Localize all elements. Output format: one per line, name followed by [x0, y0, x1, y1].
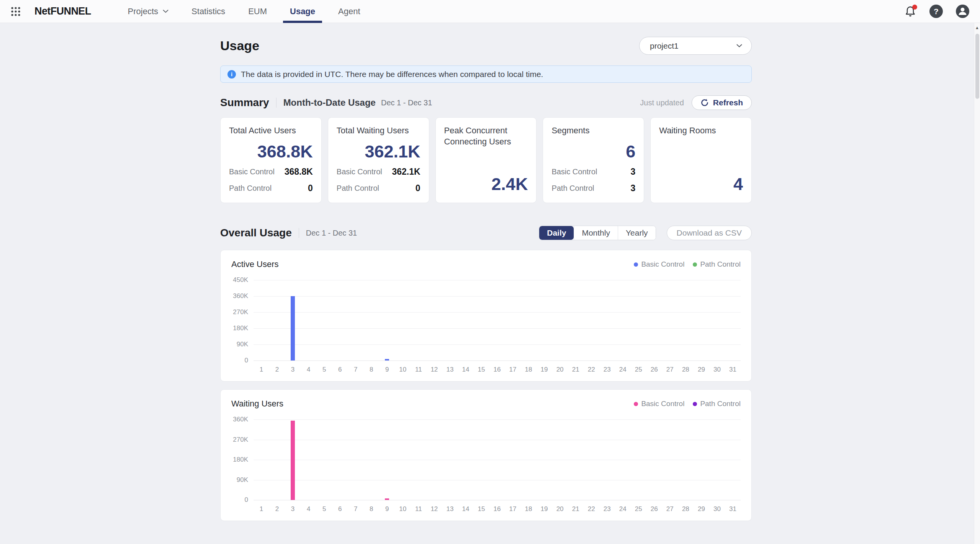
nav-item-projects[interactable]: Projects: [128, 0, 169, 23]
x-tick-label: 27: [662, 366, 678, 374]
y-tick-label: 90K: [237, 341, 248, 348]
x-tick-label: 25: [631, 366, 646, 374]
card-value: 6: [551, 142, 635, 162]
x-tick-label: 16: [489, 505, 505, 513]
bar-slot: [631, 280, 646, 360]
chevron-down-icon: [163, 10, 169, 13]
bar-slot: [537, 419, 552, 500]
bar-slot: [662, 280, 678, 360]
bar-slot: [411, 280, 426, 360]
bar: [291, 296, 295, 360]
period-daily-button[interactable]: Daily: [539, 226, 574, 240]
row-value: 0: [416, 183, 420, 193]
x-tick-label: 17: [505, 366, 521, 374]
refresh-button[interactable]: Refresh: [692, 95, 752, 110]
bar-slot: [521, 280, 537, 360]
project-selector-value: project1: [650, 41, 679, 51]
x-tick-label: 4: [301, 366, 316, 374]
summary-subtitle: Month-to-Date Usage: [283, 97, 376, 108]
bar-slot: [285, 419, 301, 500]
chart-legend: Basic ControlPath Control: [634, 260, 741, 269]
y-tick-label: 360K: [233, 292, 248, 300]
nav-item-agent[interactable]: Agent: [338, 0, 360, 23]
bar-slot: [473, 280, 489, 360]
overall-date-range: Dec 1 - Dec 31: [306, 229, 357, 238]
bar-slot: [694, 419, 709, 500]
bar-slot: [521, 419, 537, 500]
x-tick-label: 6: [332, 505, 348, 513]
utc-info-banner: i The data is provided in UTC. There may…: [220, 66, 752, 83]
card-row: Basic Control 3: [551, 167, 635, 177]
bar-slot: [332, 280, 348, 360]
legend-item: Basic Control: [634, 400, 684, 408]
card-row: Path Control 0: [337, 183, 420, 193]
bar-slot: [615, 419, 631, 500]
active-users-chart-card: Active Users Basic ControlPath Control 4…: [220, 250, 752, 382]
bar-slot: [426, 419, 442, 500]
y-tick-label: 270K: [233, 308, 248, 316]
waiting-users-chart-card: Waiting Users Basic ControlPath Control …: [220, 389, 752, 521]
row-value: 368.8K: [285, 167, 313, 177]
x-tick-label: 29: [694, 366, 709, 374]
x-tick-label: 30: [709, 505, 725, 513]
chart-legend: Basic ControlPath Control: [634, 400, 741, 408]
x-tick-label: 24: [615, 505, 631, 513]
nav-item-label: Usage: [290, 7, 315, 16]
bar-slot: [584, 419, 599, 500]
netfunnel-logo[interactable]: NetFUNNEL: [34, 5, 91, 17]
help-button[interactable]: ?: [929, 5, 943, 18]
x-tick-label: 3: [285, 505, 301, 513]
y-tick-label: 0: [245, 357, 248, 364]
period-toggle: Daily Monthly Yearly: [539, 226, 656, 240]
y-tick-label: 180K: [233, 456, 248, 464]
download-csv-button[interactable]: Download as CSV: [667, 226, 752, 240]
scroll-up-arrow[interactable]: ▲: [974, 23, 980, 30]
scroll-thumb[interactable]: [975, 34, 979, 99]
row-value: 0: [308, 183, 313, 193]
x-tick-label: 25: [631, 505, 646, 513]
x-tick-label: 15: [473, 505, 489, 513]
x-tick-label: 2: [269, 505, 285, 513]
x-tick-label: 22: [584, 505, 599, 513]
bar-slot: [442, 419, 458, 500]
nav-item-eum[interactable]: EUM: [248, 0, 267, 23]
period-yearly-button[interactable]: Yearly: [618, 226, 656, 240]
x-tick-label: 8: [363, 505, 379, 513]
bar-slot: [301, 419, 316, 500]
period-monthly-button[interactable]: Monthly: [574, 226, 618, 240]
nav-right-actions: ?: [904, 5, 969, 18]
bar-slot: [631, 419, 646, 500]
legend-dot-icon: [693, 402, 697, 406]
card-value: 2.4K: [444, 174, 528, 195]
account-button[interactable]: [956, 5, 969, 18]
x-tick-label: 3: [285, 366, 301, 374]
app-launcher-icon[interactable]: [11, 7, 21, 16]
x-tick-label: 12: [426, 366, 442, 374]
nav-item-statistics[interactable]: Statistics: [191, 0, 225, 23]
bar-slot: [568, 280, 584, 360]
overall-usage-title: Overall Usage: [220, 227, 292, 239]
bar-slot: [552, 419, 568, 500]
bar-slot: [725, 280, 741, 360]
x-tick-label: 26: [646, 366, 662, 374]
nav-item-label: Projects: [128, 7, 158, 16]
x-tick-label: 14: [458, 505, 473, 513]
x-tick-label: 7: [348, 366, 363, 374]
bar-slot: [662, 419, 678, 500]
nav-item-label: EUM: [248, 7, 267, 16]
notifications-button[interactable]: [904, 5, 916, 18]
scrollbar-track[interactable]: ▲: [974, 23, 980, 544]
x-axis: 1234567891011121314151617181920212223242…: [254, 366, 741, 374]
x-tick-label: 18: [521, 505, 537, 513]
nav-item-usage[interactable]: Usage: [290, 0, 315, 23]
y-tick-label: 90K: [237, 476, 248, 484]
page-title: Usage: [220, 38, 259, 53]
bar-slot: [458, 419, 473, 500]
banner-text: The data is provided in UTC. There may b…: [241, 70, 543, 79]
summary-date-range: Dec 1 - Dec 31: [381, 98, 432, 107]
row-value: 3: [630, 167, 635, 177]
bar-slot: [411, 419, 426, 500]
x-tick-label: 23: [599, 366, 615, 374]
project-selector[interactable]: project1: [639, 37, 752, 55]
x-tick-label: 12: [426, 505, 442, 513]
